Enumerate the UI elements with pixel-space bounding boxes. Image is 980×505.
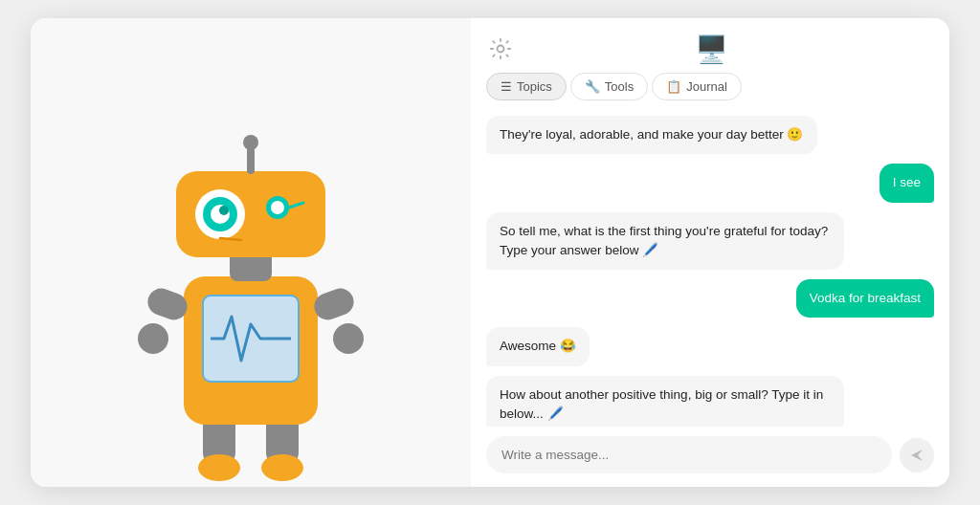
chat-body: They're loyal, adorable, and make your d…	[471, 108, 949, 427]
robot-illustration	[31, 18, 471, 487]
send-button[interactable]	[900, 438, 934, 472]
app-container: 🖥️ ☰ Topics 🔧 Tools 📋 Journal They're lo…	[31, 18, 949, 487]
svg-point-20	[243, 135, 258, 150]
tab-tools-label: Tools	[605, 79, 634, 94]
message-bot-1: They're loyal, adorable, and make your d…	[486, 116, 817, 154]
message-user-2: Vodka for breakfast	[796, 279, 934, 318]
svg-point-7	[138, 323, 168, 354]
bot-header-icon: 🖥️	[695, 33, 728, 65]
tab-topics-label: Topics	[517, 79, 552, 94]
tab-journal-label: Journal	[686, 79, 727, 94]
right-panel: 🖥️ ☰ Topics 🔧 Tools 📋 Journal They're lo…	[471, 18, 949, 487]
left-panel	[31, 18, 471, 487]
message-bot-2: So tell me, what is the first thing you'…	[486, 212, 844, 271]
svg-point-15	[219, 206, 229, 215]
chat-header: 🖥️	[471, 18, 949, 73]
chat-input-row	[471, 427, 949, 487]
send-icon	[908, 447, 925, 464]
topics-icon: ☰	[501, 79, 512, 94]
svg-point-2	[198, 454, 240, 481]
message-bot-4: How about another positive thing, big or…	[486, 376, 844, 428]
tab-journal[interactable]: 📋 Journal	[652, 73, 742, 100]
journal-icon: 📋	[666, 79, 681, 94]
tab-tools[interactable]: 🔧 Tools	[570, 73, 648, 100]
svg-point-22	[498, 45, 504, 52]
tools-icon: 🔧	[585, 79, 600, 94]
tab-topics[interactable]: ☰ Topics	[486, 73, 567, 100]
robot-svg	[107, 66, 394, 487]
message-input[interactable]	[486, 436, 892, 473]
svg-rect-19	[247, 147, 255, 174]
tabs-row: ☰ Topics 🔧 Tools 📋 Journal	[471, 73, 949, 108]
svg-point-17	[271, 201, 284, 214]
settings-icon[interactable]	[490, 38, 513, 61]
svg-point-3	[261, 454, 303, 481]
message-bot-3: Awesome 😂	[486, 327, 590, 365]
svg-point-9	[333, 323, 364, 354]
message-user-1: I see	[880, 164, 934, 202]
